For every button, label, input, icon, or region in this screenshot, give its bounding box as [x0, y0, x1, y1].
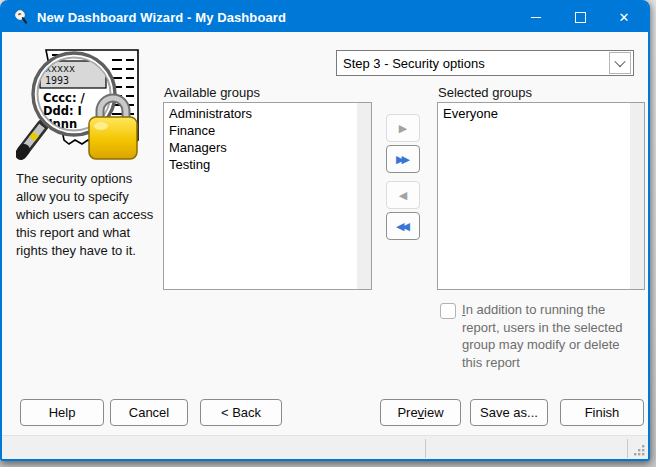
modify-rights-row: In addition to running the report, users… [440, 301, 640, 371]
list-item[interactable]: Administrators [164, 105, 356, 122]
double-arrow-right-icon: ▶▶ [396, 154, 407, 165]
arrow-left-icon: ◀ [399, 190, 407, 201]
scrollbar[interactable] [630, 103, 644, 289]
move-left-button[interactable]: ◀ [386, 181, 420, 209]
svg-text:Ddd: I: Ddd: I [43, 104, 82, 118]
scrollbar[interactable] [357, 103, 371, 289]
close-button[interactable]: ✕ [602, 2, 646, 32]
status-bar [2, 435, 648, 459]
cancel-button[interactable]: Cancel [110, 399, 188, 426]
move-all-left-button[interactable]: ◀◀ [386, 212, 420, 240]
move-right-button[interactable]: ▶ [386, 114, 420, 142]
arrow-right-icon: ▶ [399, 123, 407, 134]
list-item[interactable]: Managers [164, 139, 356, 156]
selected-groups-label: Selected groups [438, 85, 532, 100]
close-icon: ✕ [619, 11, 630, 24]
minimize-icon [531, 17, 541, 18]
back-button[interactable]: < Back [200, 399, 282, 426]
svg-text:Cccc: /: Cccc: / [43, 91, 85, 105]
security-illustration: xxxxx 1993 Cccc: / Ddd: I Nnnn [16, 44, 152, 168]
minimize-button[interactable] [514, 2, 558, 32]
wizard-step-select[interactable]: Step 3 - Security options [336, 50, 634, 76]
available-groups-list[interactable]: Administrators Finance Managers Testing [163, 102, 372, 290]
finish-button[interactable]: Finish [560, 399, 644, 426]
available-groups-label: Available groups [164, 85, 260, 100]
list-item[interactable]: Finance [164, 122, 356, 139]
statusbar-divider [627, 439, 628, 458]
modify-rights-checkbox[interactable] [440, 303, 456, 319]
maximize-button[interactable] [558, 2, 602, 32]
move-all-right-button[interactable]: ▶▶ [386, 145, 420, 173]
wizard-step-value: Step 3 - Security options [337, 56, 609, 71]
title-bar[interactable]: New Dashboard Wizard - My Dashboard ✕ [2, 2, 648, 32]
list-item[interactable]: Testing [164, 156, 356, 173]
modify-rights-label: In addition to running the report, users… [462, 301, 640, 371]
modify-rights-label-text: n addition to running the report, users … [462, 302, 622, 370]
statusbar-divider [425, 439, 426, 458]
selected-groups-list[interactable]: Everyone [437, 102, 645, 290]
help-button[interactable]: Help [20, 399, 104, 426]
available-groups-items: Administrators Finance Managers Testing [164, 105, 356, 173]
maximize-icon [575, 12, 586, 23]
step-description: The security options allow you to specif… [16, 170, 160, 260]
resize-grip[interactable] [634, 445, 645, 456]
combo-dropdown-button[interactable] [609, 52, 631, 74]
preview-label-pre: Pre [397, 405, 417, 420]
preview-button[interactable]: Preview [380, 399, 461, 426]
magnifier-app-icon [13, 9, 29, 25]
double-arrow-left-icon: ◀◀ [396, 221, 407, 232]
dialog-window: New Dashboard Wizard - My Dashboard ✕ St… [0, 0, 650, 461]
save-as-button[interactable]: Save as... [470, 399, 548, 426]
selected-groups-items: Everyone [438, 105, 629, 122]
window-title: New Dashboard Wizard - My Dashboard [37, 10, 286, 25]
svg-text:1993: 1993 [45, 75, 69, 86]
preview-label-post: iew [424, 405, 444, 420]
chevron-down-icon [614, 56, 625, 67]
window-controls: ✕ [514, 2, 646, 32]
list-item[interactable]: Everyone [438, 105, 629, 122]
